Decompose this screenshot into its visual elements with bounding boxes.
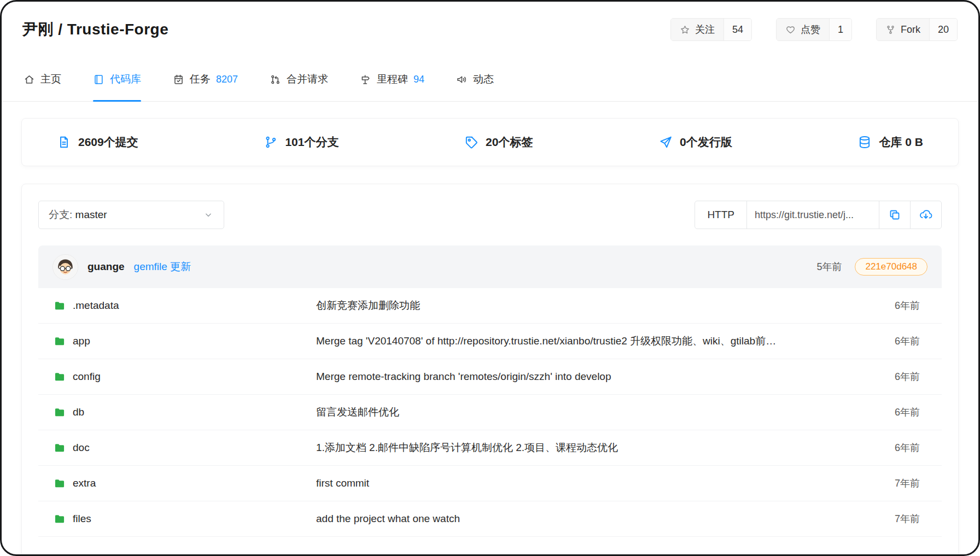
tab-bar: 主页 代码库 任务 8207 合并请求 里程碑 94 动态	[2, 57, 978, 102]
branch-icon	[264, 135, 278, 149]
file-commit-message[interactable]: 创新竞赛添加删除功能	[316, 299, 860, 313]
commit-icon	[57, 135, 71, 149]
tab-repository[interactable]: 代码库	[93, 57, 141, 101]
file-name[interactable]: extra	[73, 477, 96, 489]
file-commit-message[interactable]: first commit	[316, 477, 860, 489]
chevron-down-icon	[203, 209, 214, 220]
avatar[interactable]	[52, 254, 78, 280]
clone-url-input[interactable]: https://git.trustie.net/j...	[746, 201, 879, 229]
file-row[interactable]: doc 1.添加文档 2.邮件中缺陷序号计算机制优化 2.项目、课程动态优化 6…	[38, 430, 942, 466]
file-row[interactable]: .metadata 创新竞赛添加删除功能 6年前	[38, 288, 942, 324]
file-name[interactable]: db	[73, 406, 84, 418]
file-name[interactable]: files	[73, 513, 91, 525]
stat-releases[interactable]: 0个发行版	[658, 134, 732, 150]
star-icon	[680, 25, 690, 35]
release-icon	[658, 135, 673, 149]
tab-milestones[interactable]: 里程碑 94	[360, 57, 424, 101]
clone-url-group: HTTP https://git.trustie.net/j...	[695, 201, 942, 229]
commit-message-link[interactable]: gemfile 更新	[134, 260, 191, 274]
heart-icon	[785, 25, 796, 35]
copy-icon[interactable]	[879, 201, 910, 229]
file-commit-message[interactable]: Merge remote-tracking branch 'remotes/or…	[316, 371, 860, 383]
file-commit-time: 7年前	[860, 512, 920, 525]
repo-header: 尹刚 / Trustie-Forge 关注 54 点赞 1 Fork 20	[2, 2, 978, 57]
database-icon	[858, 135, 872, 149]
latest-commit-row[interactable]: guange gemfile 更新 5年前 221e70d648	[38, 245, 942, 288]
stat-tags[interactable]: 20个标签	[464, 134, 533, 150]
folder-icon	[54, 371, 66, 383]
like-button[interactable]: 点赞 1	[776, 18, 852, 41]
repository-panel: 分支: master HTTP https://git.trustie.net/…	[21, 184, 959, 556]
file-commit-message[interactable]: Merge tag 'V20140708' of http://reposito…	[316, 334, 860, 348]
latest-commit-info: guange gemfile 更新	[52, 254, 191, 280]
folder-icon	[54, 442, 66, 454]
protocol-button[interactable]: HTTP	[695, 201, 746, 229]
watch-button[interactable]: 关注 54	[670, 18, 752, 41]
tab-merge-requests[interactable]: 合并请求	[270, 57, 328, 101]
file-row[interactable]: files add the project what one watch 7年前	[38, 501, 942, 537]
file-name[interactable]: doc	[73, 442, 90, 454]
action-count[interactable]: 1	[829, 19, 851, 40]
file-commit-message[interactable]: add the project what one watch	[316, 513, 860, 525]
file-commit-message[interactable]: 1.添加文档 2.邮件中缺陷序号计算机制优化 2.项目、课程动态优化	[316, 441, 860, 455]
commit-hash-badge[interactable]: 221e70d648	[855, 258, 928, 276]
task-icon	[173, 74, 184, 85]
file-row[interactable]: db 留言发送邮件优化 6年前	[38, 395, 942, 430]
folder-icon	[54, 406, 66, 418]
commit-author[interactable]: guange	[88, 261, 125, 273]
tab-badge: 94	[413, 74, 424, 85]
folder-icon	[54, 513, 66, 525]
repo-stats-bar: 2609个提交 101个分支 20个标签 0个发行版 仓库 0 B	[21, 118, 959, 166]
commit-time: 5年前	[816, 260, 842, 273]
latest-commit-meta: 5年前 221e70d648	[816, 258, 928, 276]
file-list: .metadata 创新竞赛添加删除功能 6年前 app Merge tag '…	[38, 288, 942, 537]
repo-icon	[93, 74, 104, 85]
stat-branches[interactable]: 101个分支	[264, 134, 339, 150]
action-count[interactable]: 54	[724, 19, 751, 40]
file-commit-time: 6年前	[860, 335, 920, 348]
fork-button[interactable]: Fork 20	[876, 18, 958, 41]
file-commit-time: 6年前	[860, 406, 920, 419]
file-row[interactable]: config Merge remote-tracking branch 'rem…	[38, 359, 942, 395]
file-name[interactable]: config	[73, 371, 101, 383]
merge-icon	[270, 74, 281, 85]
header-actions: 关注 54 点赞 1 Fork 20	[670, 18, 958, 41]
file-commit-message[interactable]: 留言发送邮件优化	[316, 405, 860, 419]
fork-icon	[885, 25, 896, 35]
action-count[interactable]: 20	[929, 19, 957, 40]
file-commit-time: 7年前	[860, 477, 920, 490]
tab-tasks[interactable]: 任务 8207	[173, 57, 238, 101]
file-row[interactable]: extra first commit 7年前	[38, 466, 942, 501]
tab-home[interactable]: 主页	[24, 57, 61, 101]
file-commit-time: 6年前	[860, 441, 920, 454]
file-commit-time: 6年前	[860, 370, 920, 383]
tab-badge: 8207	[216, 74, 238, 85]
branch-selector-text: 分支: master	[49, 208, 107, 222]
folder-icon	[54, 335, 66, 347]
tag-icon	[464, 135, 479, 149]
stat-commits[interactable]: 2609个提交	[57, 134, 138, 150]
file-name[interactable]: .metadata	[73, 300, 119, 312]
repo-toolbar: 分支: master HTTP https://git.trustie.net/…	[38, 201, 942, 229]
app-window: 尹刚 / Trustie-Forge 关注 54 点赞 1 Fork 20 主页…	[0, 0, 980, 556]
folder-icon	[54, 477, 66, 489]
file-row[interactable]: app Merge tag 'V20140708' of http://repo…	[38, 324, 942, 359]
folder-icon	[54, 300, 66, 312]
file-name[interactable]: app	[73, 335, 90, 347]
stat-repo-size[interactable]: 仓库 0 B	[858, 134, 923, 150]
page-title: 尹刚 / Trustie-Forge	[22, 19, 168, 40]
home-icon	[24, 74, 35, 85]
tab-activity[interactable]: 动态	[456, 57, 494, 101]
download-icon[interactable]	[910, 201, 941, 229]
milestone-icon	[360, 74, 371, 85]
branch-selector[interactable]: 分支: master	[38, 201, 224, 229]
file-commit-time: 6年前	[860, 299, 920, 312]
speaker-icon	[456, 74, 468, 85]
